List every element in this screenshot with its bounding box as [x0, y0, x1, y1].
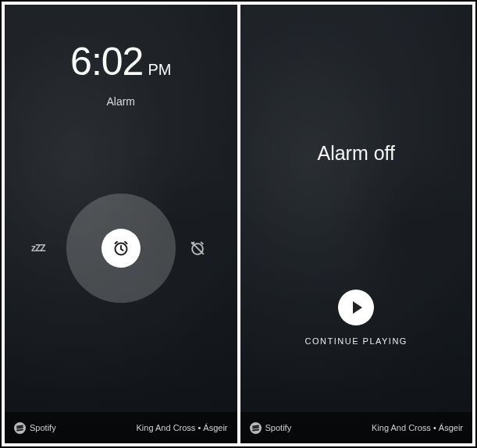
dismiss-alarm-icon[interactable] — [189, 240, 206, 257]
music-provider: Spotify — [250, 422, 292, 434]
provider-label: Spotify — [30, 423, 56, 432]
clock: 6:02 PM — [70, 39, 171, 84]
spotify-icon — [250, 422, 262, 434]
alarm-swipe-handle[interactable] — [66, 194, 176, 303]
now-playing-bar[interactable]: Spotify King And Cross • Ásgeir — [240, 412, 473, 443]
alarm-label: Alarm — [106, 95, 135, 108]
spotify-icon — [14, 422, 26, 434]
clock-time: 6:02 — [70, 39, 143, 84]
provider-label: Spotify — [265, 423, 292, 432]
alarm-off-screen: Alarm off CONTINUE PLAYING Spotify King … — [240, 5, 473, 443]
now-playing-bar[interactable]: Spotify King And Cross • Ásgeir — [5, 412, 237, 443]
track-info: King And Cross • Ásgeir — [372, 423, 463, 432]
alarm-action-row: zZZ — [5, 194, 237, 303]
snooze-icon[interactable]: zZZ — [31, 243, 45, 254]
clock-ampm: PM — [148, 61, 171, 79]
alarm-ringing-screen: 6:02 PM Alarm zZZ — [5, 5, 237, 443]
alarm-off-title: Alarm off — [317, 142, 395, 165]
continue-playing-label: CONTINUE PLAYING — [305, 336, 408, 346]
music-provider: Spotify — [14, 422, 56, 434]
alarm-clock-icon — [101, 229, 141, 268]
continue-playing-button[interactable] — [338, 290, 374, 325]
track-info: King And Cross • Ásgeir — [137, 423, 228, 432]
play-icon — [353, 301, 362, 314]
